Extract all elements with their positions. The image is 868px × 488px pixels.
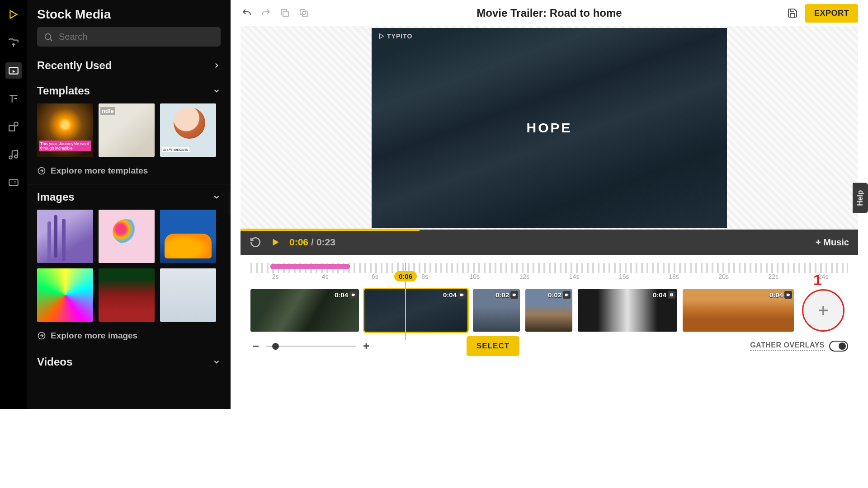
- timeline-clip[interactable]: 0:02: [473, 289, 520, 332]
- explore-templates-link[interactable]: Explore more templates: [27, 162, 231, 184]
- template-thumb[interactable]: [160, 103, 216, 157]
- music-icon[interactable]: [5, 146, 22, 163]
- image-thumb[interactable]: [160, 210, 216, 263]
- video-badge-icon: [510, 291, 518, 299]
- text-overlay-bar[interactable]: [270, 264, 350, 269]
- chevron-down-icon: [212, 358, 221, 366]
- svg-point-2: [14, 122, 18, 126]
- search-field[interactable]: [59, 32, 214, 42]
- image-thumb[interactable]: [37, 268, 93, 322]
- video-badge-icon: [349, 291, 357, 299]
- videos-label: Videos: [37, 356, 72, 368]
- redo-button[interactable]: [259, 7, 272, 19]
- timeline-controls: − + SELECT GATHER OVERLAYS: [250, 332, 848, 356]
- recently-used-label: Recently Used: [37, 59, 112, 72]
- logo-icon[interactable]: [5, 6, 22, 23]
- add-music-button[interactable]: + Music: [816, 237, 849, 248]
- ruler-labels: 2s4s6s8s10s12s14s16s18s20s22s24s: [250, 273, 848, 280]
- gather-overlays-label: GATHER OVERLAYS: [750, 341, 825, 351]
- canvas-area: TYPITO HOPE 0:06/0:23 + Music 2s4s6s8s10…: [231, 26, 868, 409]
- collapse-sidebar-button[interactable]: [228, 192, 231, 215]
- add-clip-button[interactable]: [802, 289, 844, 332]
- chevron-down-icon: [212, 87, 221, 95]
- chevron-right-icon: [212, 61, 221, 70]
- arrow-circle-icon: [37, 331, 46, 340]
- annotation-1: 1: [813, 271, 822, 289]
- sidebar-title: Stock Media: [27, 0, 231, 27]
- image-thumb[interactable]: [99, 210, 155, 263]
- gather-overlays-control: GATHER OVERLAYS: [750, 341, 848, 352]
- svg-rect-1: [9, 126, 14, 131]
- video-badge-icon: [784, 291, 792, 299]
- watermark: TYPITO: [378, 33, 412, 40]
- timeline: 2s4s6s8s10s12s14s16s18s20s22s24s 1 0:04 …: [241, 255, 858, 356]
- svg-point-4: [45, 33, 51, 39]
- help-tab[interactable]: Help: [853, 183, 868, 213]
- timeline-clip[interactable]: 0:04: [683, 289, 794, 332]
- time-display: 0:06/0:23: [289, 237, 335, 248]
- main-area: Movie Trailer: Road to home EXPORT TYPIT…: [231, 0, 868, 409]
- text-icon[interactable]: [5, 90, 22, 107]
- save-icon[interactable]: [786, 7, 799, 19]
- elements-icon[interactable]: [5, 118, 22, 135]
- clips-row: 1 0:04 0:04 0:02 0:02 0:04S 0:04: [250, 289, 848, 332]
- images-grid: [27, 210, 231, 327]
- stock-media-icon[interactable]: [5, 62, 22, 79]
- captions-icon[interactable]: [5, 174, 22, 191]
- image-thumb[interactable]: [99, 268, 155, 322]
- image-thumb[interactable]: [37, 210, 93, 263]
- zoom-control: − +: [250, 340, 372, 352]
- tool-rail: [0, 0, 27, 409]
- project-title[interactable]: Movie Trailer: Road to home: [476, 7, 622, 19]
- progress-bar[interactable]: [241, 229, 420, 231]
- select-button[interactable]: SELECT: [467, 336, 519, 356]
- search-icon: [43, 32, 53, 42]
- upload-icon[interactable]: [5, 34, 22, 51]
- svg-rect-3: [9, 180, 18, 186]
- chevron-down-icon: [212, 193, 221, 201]
- zoom-out-button[interactable]: −: [250, 340, 261, 352]
- video-badge-icon: [563, 291, 571, 299]
- templates-label: Templates: [37, 84, 90, 97]
- overlay-text: HOPE: [526, 120, 572, 136]
- timeline-clip[interactable]: 0:04S: [578, 289, 677, 332]
- undo-button[interactable]: [241, 7, 253, 19]
- timeline-ruler[interactable]: 2s4s6s8s10s12s14s16s18s20s22s24s: [250, 263, 848, 287]
- images-label: Images: [37, 191, 75, 203]
- recently-used-section[interactable]: Recently Used: [27, 53, 231, 78]
- video-badge-icon: [458, 291, 466, 299]
- paste-button[interactable]: [297, 7, 310, 19]
- gather-overlays-toggle[interactable]: [829, 341, 848, 352]
- timeline-clip[interactable]: 0:04: [364, 289, 467, 332]
- video-preview: TYPITO HOPE: [372, 28, 727, 228]
- zoom-in-button[interactable]: +: [361, 340, 372, 352]
- explore-templates-label: Explore more templates: [51, 166, 148, 176]
- restart-button[interactable]: [250, 236, 261, 248]
- playbar: 0:06/0:23 + Music: [241, 230, 858, 255]
- topbar: Movie Trailer: Road to home EXPORT: [231, 0, 868, 26]
- template-thumb[interactable]: [99, 103, 155, 157]
- search-input[interactable]: [37, 27, 221, 47]
- explore-images-label: Explore more images: [51, 331, 137, 341]
- explore-images-link[interactable]: Explore more images: [27, 327, 231, 349]
- template-thumb[interactable]: [37, 103, 93, 157]
- templates-section[interactable]: Templates: [27, 78, 231, 103]
- svg-rect-7: [283, 11, 288, 17]
- templates-grid: [27, 103, 231, 162]
- stock-badge-icon: S: [668, 291, 675, 299]
- playhead[interactable]: [405, 263, 406, 340]
- timeline-clip[interactable]: 0:04: [250, 289, 359, 332]
- copy-button[interactable]: [278, 7, 291, 19]
- timeline-clip[interactable]: 0:02: [525, 289, 572, 332]
- export-button[interactable]: EXPORT: [805, 4, 858, 23]
- videos-section[interactable]: Videos: [27, 349, 231, 375]
- sidebar-panel: Stock Media Recently Used Templates Expl…: [27, 0, 231, 409]
- play-button[interactable]: [269, 236, 281, 248]
- zoom-slider[interactable]: [266, 346, 356, 347]
- preview-canvas[interactable]: TYPITO HOPE: [241, 26, 858, 230]
- svg-text:S: S: [671, 294, 672, 296]
- image-thumb[interactable]: [160, 268, 216, 322]
- images-section[interactable]: Images: [27, 184, 231, 210]
- arrow-circle-icon: [37, 166, 46, 175]
